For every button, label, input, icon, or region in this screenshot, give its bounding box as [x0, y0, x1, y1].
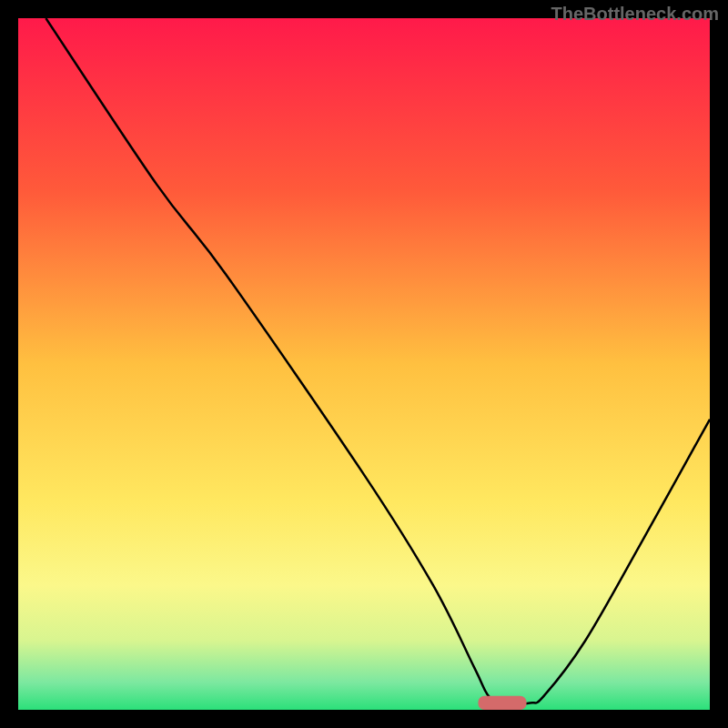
chart-area — [18, 18, 710, 710]
optimal-marker-pill — [478, 696, 526, 710]
optimal-marker — [478, 696, 526, 710]
watermark-text: TheBottleneck.com — [551, 4, 719, 25]
chart-svg — [18, 18, 710, 710]
